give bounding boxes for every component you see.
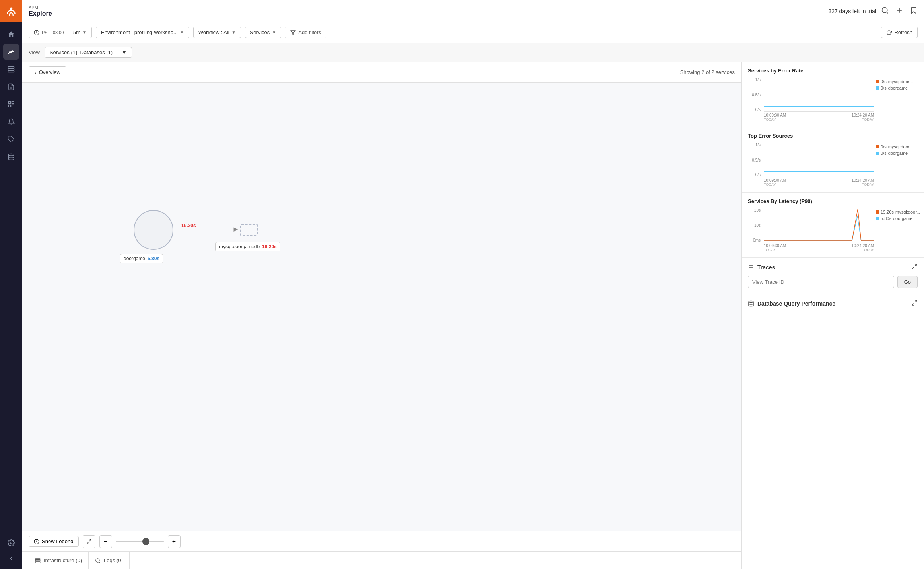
add-icon[interactable] <box>895 6 903 16</box>
error-rate-title: Services by Error Rate <box>748 68 918 74</box>
zoom-minus-btn[interactable]: − <box>99 535 112 548</box>
te-x1-day: TODAY <box>764 183 786 187</box>
lat-x1-day: TODAY <box>764 248 786 252</box>
lat-legend-v2: 5.80s <box>881 216 891 221</box>
lat-y1: 20s <box>748 208 762 212</box>
legend-btn[interactable]: Show Legend <box>29 536 79 547</box>
map-bottom: Show Legend − + <box>22 531 741 551</box>
te-legend-v1: 0/s <box>881 144 887 149</box>
svg-line-14 <box>887 12 888 14</box>
sidebar-logo[interactable] <box>0 0 22 22</box>
svg-point-0 <box>10 7 12 10</box>
sidebar-item-alerts[interactable] <box>3 114 19 130</box>
svg-line-22 <box>89 539 91 541</box>
sidebar-item-infrastructure[interactable] <box>3 61 19 77</box>
lat-legend-l2: doorgame <box>893 216 913 221</box>
workflow-btn[interactable]: Workflow : All ▼ <box>193 27 241 38</box>
app-title: APM Explore <box>29 5 52 17</box>
zoom-plus-btn[interactable]: + <box>168 535 181 548</box>
svg-line-28 <box>99 561 100 563</box>
sidebar-item-storage[interactable] <box>3 149 19 165</box>
toolbar: PST -08:00 -15m ▼ Environment : profilin… <box>22 22 924 43</box>
view-select[interactable]: Services (1), Databases (1) ▼ <box>45 47 132 58</box>
sidebar <box>0 0 22 569</box>
svg-rect-9 <box>8 105 10 107</box>
chevron-down-icon: ▼ <box>122 49 127 55</box>
mysql-node[interactable] <box>240 224 258 236</box>
lat-x1: 10:09:30 AM <box>764 244 786 248</box>
lat-y3: 0ms <box>748 238 762 242</box>
sidebar-item-logs[interactable] <box>3 79 19 95</box>
view-select-text: Services (1), Databases (1) <box>50 49 118 55</box>
go-btn[interactable]: Go <box>897 276 918 288</box>
edge-latency: 19.20s <box>181 223 196 228</box>
sidebar-item-settings[interactable] <box>3 535 19 551</box>
db-expand-icon[interactable] <box>911 300 918 307</box>
add-filters-btn[interactable]: Add filters <box>285 27 326 38</box>
services-btn[interactable]: Services ▼ <box>245 27 281 38</box>
mysql-latency: 19.20s <box>262 244 277 249</box>
trace-id-input[interactable] <box>748 276 894 288</box>
search-icon[interactable] <box>881 6 889 16</box>
infrastructure-tab[interactable]: Infrastructure (0) <box>29 552 89 569</box>
doorgame-latency: 5.80s <box>148 256 159 261</box>
lat-legend-l1: mysql:door... <box>895 210 920 214</box>
fit-btn[interactable] <box>83 535 95 548</box>
svg-point-27 <box>96 558 99 562</box>
sidebar-item-home[interactable] <box>3 26 19 42</box>
er-legend-v2: 0/s <box>881 86 887 90</box>
map-header: ‹ Overview Showing 2 of 2 services <box>22 62 741 83</box>
lat-legend-v1: 19.20s <box>881 210 894 214</box>
overview-btn[interactable]: ‹ Overview <box>29 66 66 78</box>
error-rate-x2-day: TODAY <box>852 117 874 121</box>
te-y2: 0.5/s <box>748 158 762 162</box>
te-legend-l1: mysql:door... <box>888 144 913 149</box>
sidebar-expand[interactable] <box>3 553 19 564</box>
error-rate-x2: 10:24:20 AM <box>852 113 874 117</box>
svg-rect-24 <box>35 558 40 559</box>
traces-expand-icon[interactable] <box>911 263 918 271</box>
lat-x2: 10:24:20 AM <box>852 244 874 248</box>
er-legend-l1: mysql:door... <box>888 79 913 84</box>
lat-y2: 10s <box>748 223 762 228</box>
latency-section: Services By Latency (P90) 20s 10s 0ms <box>742 193 924 258</box>
sidebar-item-tags[interactable] <box>3 131 19 147</box>
te-x2-day: TODAY <box>852 183 874 187</box>
svg-line-34 <box>915 264 917 266</box>
er-legend-v1: 0/s <box>881 79 887 84</box>
svg-line-35 <box>912 267 914 269</box>
error-rate-y3: 0/s <box>748 107 762 112</box>
svg-rect-3 <box>8 71 14 72</box>
svg-point-11 <box>8 154 14 156</box>
te-legend-l2: doorgame <box>888 151 908 156</box>
app-subtitle: Explore <box>29 10 52 17</box>
traces-section: Traces Go <box>742 258 924 294</box>
top-header: APM Explore 327 days left in trial <box>22 0 924 22</box>
db-section: Database Query Performance <box>742 294 924 313</box>
svg-point-36 <box>749 301 753 302</box>
te-x2: 10:24:20 AM <box>852 178 874 183</box>
top-error-section: Top Error Sources 1/s 0.5/s 0/s <box>742 127 924 193</box>
environment-btn[interactable]: Environment : profiling-worksho... ▼ <box>96 27 189 38</box>
error-rate-y1: 1/s <box>748 78 762 82</box>
refresh-btn[interactable]: Refresh <box>881 27 918 38</box>
zoom-slider[interactable] <box>116 541 164 542</box>
svg-line-37 <box>915 300 917 302</box>
error-rate-x1-day: TODAY <box>764 117 786 121</box>
svg-rect-7 <box>12 101 14 103</box>
er-legend-l2: doorgame <box>888 86 908 90</box>
bookmark-icon[interactable] <box>910 6 918 16</box>
logs-tab[interactable]: Logs (0) <box>89 552 130 569</box>
view-label: View <box>29 49 40 55</box>
sidebar-item-apm[interactable] <box>3 44 19 60</box>
te-y3: 0/s <box>748 173 762 177</box>
error-rate-y2: 0.5/s <box>748 93 762 97</box>
sidebar-item-dashboards[interactable] <box>3 96 19 112</box>
svg-rect-1 <box>8 66 14 68</box>
svg-rect-2 <box>8 69 14 70</box>
error-rate-x1: 10:09:30 AM <box>764 113 786 117</box>
doorgame-node[interactable] <box>134 210 173 250</box>
svg-point-13 <box>882 8 887 13</box>
time-range-btn[interactable]: PST -08:00 -15m ▼ <box>29 27 92 38</box>
top-error-title: Top Error Sources <box>748 133 918 139</box>
